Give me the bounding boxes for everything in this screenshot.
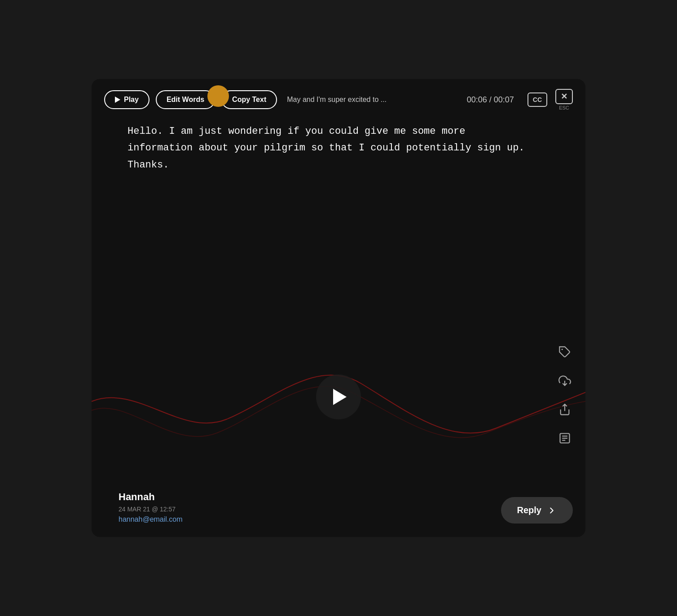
time-total: 00:07 xyxy=(494,95,514,104)
share-icon xyxy=(558,403,571,416)
copy-text-label: Copy Text xyxy=(232,96,266,103)
reply-label: Reply xyxy=(517,505,541,515)
download-icon xyxy=(558,374,571,387)
transcript-text: Hello. I am just wondering if you could … xyxy=(127,126,525,171)
copy-text-button[interactable]: Copy Text xyxy=(221,90,277,109)
edit-words-label: Edit Words xyxy=(167,96,204,103)
waveform-container xyxy=(92,312,585,482)
reply-button[interactable]: Reply xyxy=(501,497,573,524)
right-icons-panel xyxy=(557,344,573,446)
sender-date: 24 MAR 21 @ 12:57 xyxy=(119,506,183,513)
time-display: 00:06 / 00:07 xyxy=(467,95,514,105)
sender-email: hannah@email.com xyxy=(119,515,183,524)
time-separator: / xyxy=(489,95,494,104)
video-title: May and I'm super excited to ... xyxy=(287,96,460,104)
cc-label: CC xyxy=(533,96,542,103)
play-label: Play xyxy=(124,96,139,104)
edit-words-button[interactable]: Edit Words xyxy=(156,90,215,109)
close-icon: ✕ xyxy=(561,92,567,101)
center-play-button[interactable] xyxy=(316,374,361,419)
sender-info: Hannah 24 MAR 21 @ 12:57 hannah@email.co… xyxy=(119,491,183,524)
cc-button[interactable]: CC xyxy=(528,92,547,107)
transcript-area: Hello. I am just wondering if you could … xyxy=(92,119,585,312)
avatar xyxy=(207,85,229,107)
play-icon xyxy=(115,97,120,103)
top-bar: Play Edit Words Copy Text May and I'm su… xyxy=(92,79,585,119)
download-button[interactable] xyxy=(557,373,573,389)
sender-name: Hannah xyxy=(119,491,183,503)
play-button[interactable]: Play xyxy=(104,90,149,109)
center-play-icon xyxy=(333,389,347,405)
tag-icon xyxy=(558,346,571,358)
close-button[interactable]: ✕ xyxy=(555,89,573,104)
tag-button[interactable] xyxy=(557,344,573,360)
modal-container: Play Edit Words Copy Text May and I'm su… xyxy=(92,79,585,537)
share-button[interactable] xyxy=(557,401,573,418)
transcript-icon xyxy=(558,432,571,444)
time-current: 00:06 xyxy=(467,95,487,104)
esc-label: ESC xyxy=(559,105,569,110)
reply-icon xyxy=(547,506,557,515)
transcript-button[interactable] xyxy=(557,430,573,446)
bottom-bar: Hannah 24 MAR 21 @ 12:57 hannah@email.co… xyxy=(92,482,585,537)
